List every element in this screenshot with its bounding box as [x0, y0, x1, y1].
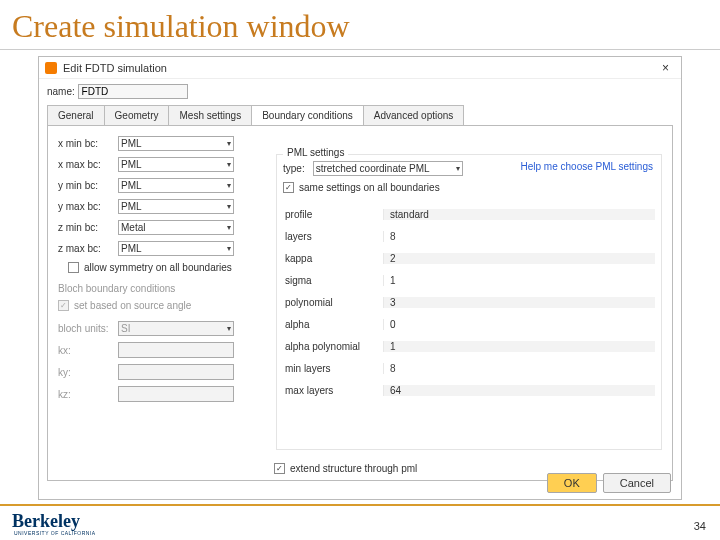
allow-symmetry-label: allow symmetry on all boundaries [84, 262, 232, 273]
name-input[interactable] [78, 84, 188, 99]
xmin-select[interactable]: PML▾ [118, 136, 234, 151]
row-kappa-value[interactable]: 2 [383, 253, 655, 264]
zmax-select[interactable]: PML▾ [118, 241, 234, 256]
window-titlebar: Edit FDTD simulation × [39, 57, 681, 79]
row-layers-value[interactable]: 8 [383, 231, 655, 242]
row-profile-value[interactable]: standard [383, 209, 655, 220]
kx-label: kx: [58, 345, 118, 356]
tab-geometry[interactable]: Geometry [104, 105, 170, 125]
zmin-label: z min bc: [58, 222, 118, 233]
row-kappa-label: kappa [283, 253, 383, 264]
cancel-button[interactable]: Cancel [603, 473, 671, 493]
bloch-units-select: SI▾ [118, 321, 234, 336]
footer-logo: Berkeley [12, 511, 96, 532]
app-icon [45, 62, 57, 74]
tab-advanced-options[interactable]: Advanced options [363, 105, 465, 125]
edit-fdtd-window: Edit FDTD simulation × name: General Geo… [38, 56, 682, 500]
row-sigma-label: sigma [283, 275, 383, 286]
bloch-set-based-checkbox [58, 300, 69, 311]
ymin-label: y min bc: [58, 180, 118, 191]
row-polynomial-value[interactable]: 3 [383, 297, 655, 308]
dialog-buttons: OK Cancel [547, 473, 671, 493]
ymax-label: y max bc: [58, 201, 118, 212]
pml-settings-group: PML settings type: stretched coordinate … [276, 154, 662, 450]
ymin-select[interactable]: PML▾ [118, 178, 234, 193]
chevron-down-icon: ▾ [227, 181, 231, 190]
row-profile-label: profile [283, 209, 383, 220]
xmin-label: x min bc: [58, 138, 118, 149]
row-alpha-poly-label: alpha polynomial [283, 341, 383, 352]
footer-subtext: UNIVERSITY OF CALIFORNIA [14, 530, 96, 536]
row-alpha-value[interactable]: 0 [383, 319, 655, 330]
slide-footer: Berkeley UNIVERSITY OF CALIFORNIA [0, 504, 720, 540]
chevron-down-icon: ▾ [227, 324, 231, 333]
tab-boundary-conditions[interactable]: Boundary conditions [251, 105, 364, 125]
chevron-down-icon: ▾ [227, 223, 231, 232]
chevron-down-icon: ▾ [227, 160, 231, 169]
bloch-units-label: bloch units: [58, 323, 118, 334]
row-max-layers-value[interactable]: 64 [383, 385, 655, 396]
same-settings-checkbox[interactable] [283, 182, 294, 193]
slide-title: Create simulation window [0, 0, 720, 50]
allow-symmetry-checkbox[interactable] [68, 262, 79, 273]
tab-general[interactable]: General [47, 105, 105, 125]
row-min-layers-label: min layers [283, 363, 383, 374]
xmax-select[interactable]: PML▾ [118, 157, 234, 172]
chevron-down-icon: ▾ [227, 244, 231, 253]
row-alpha-label: alpha [283, 319, 383, 330]
row-max-layers-label: max layers [283, 385, 383, 396]
chevron-down-icon: ▾ [227, 139, 231, 148]
extend-structure-checkbox[interactable] [274, 463, 285, 474]
chevron-down-icon: ▾ [227, 202, 231, 211]
extend-structure-label: extend structure through pml [290, 463, 417, 474]
zmin-select[interactable]: Metal▾ [118, 220, 234, 235]
row-alpha-poly-value[interactable]: 1 [383, 341, 655, 352]
ky-input [118, 364, 234, 380]
tab-mesh-settings[interactable]: Mesh settings [168, 105, 252, 125]
row-min-layers-value[interactable]: 8 [383, 363, 655, 374]
pml-type-label: type: [283, 163, 305, 174]
chevron-down-icon: ▾ [456, 164, 460, 173]
row-polynomial-label: polynomial [283, 297, 383, 308]
ky-label: ky: [58, 367, 118, 378]
tab-bar: General Geometry Mesh settings Boundary … [39, 99, 681, 125]
zmax-label: z max bc: [58, 243, 118, 254]
name-row: name: [39, 79, 681, 99]
pml-legend: PML settings [283, 147, 348, 158]
bloch-header: Bloch boundary conditions [58, 283, 256, 294]
close-button[interactable]: × [656, 59, 675, 77]
pml-help-link[interactable]: Help me choose PML settings [521, 161, 653, 172]
xmax-label: x max bc: [58, 159, 118, 170]
kz-input [118, 386, 234, 402]
row-layers-label: layers [283, 231, 383, 242]
row-sigma-value[interactable]: 1 [383, 275, 655, 286]
window-title: Edit FDTD simulation [63, 62, 167, 74]
ymax-select[interactable]: PML▾ [118, 199, 234, 214]
pml-type-select[interactable]: stretched coordinate PML▾ [313, 161, 463, 176]
pml-right-column: PML settings type: stretched coordinate … [266, 126, 672, 480]
kx-input [118, 342, 234, 358]
page-number: 34 [694, 520, 706, 532]
boundary-conditions-panel: x min bc:PML▾ x max bc:PML▾ y min bc:PML… [47, 125, 673, 481]
pml-table: profilestandard layers8 kappa2 sigma1 po… [283, 203, 655, 401]
same-settings-label: same settings on all boundaries [299, 182, 440, 193]
bc-left-column: x min bc:PML▾ x max bc:PML▾ y min bc:PML… [48, 126, 266, 480]
bloch-set-based-label: set based on source angle [74, 300, 191, 311]
kz-label: kz: [58, 389, 118, 400]
name-label: name: [47, 86, 75, 97]
ok-button[interactable]: OK [547, 473, 597, 493]
